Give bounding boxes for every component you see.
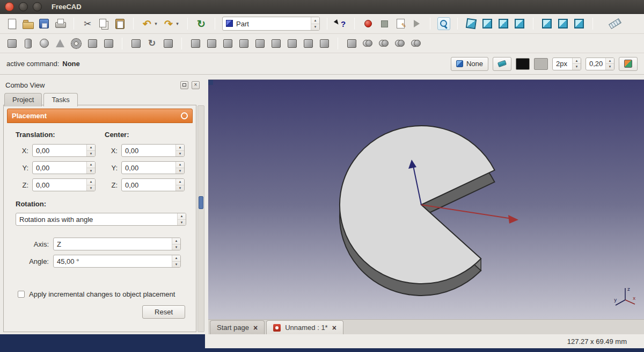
close-tab-icon[interactable]: ×: [332, 324, 336, 332]
axis-combobox[interactable]: Z ▴▾: [53, 238, 181, 250]
spinner-arrows[interactable]: ▴▾: [86, 145, 95, 156]
apply-incremental-row[interactable]: Apply incremental changes to object plac…: [11, 290, 188, 298]
face-color-swatch[interactable]: [534, 58, 548, 70]
view-axonometric-icon[interactable]: [465, 17, 478, 30]
mirror-icon[interactable]: [162, 37, 174, 50]
apply-incremental-checkbox[interactable]: [18, 291, 25, 298]
offset-icon[interactable]: [302, 37, 314, 50]
arrow-down-icon[interactable]: ▾: [176, 168, 184, 174]
union-icon[interactable]: [393, 37, 406, 50]
close-tab-icon[interactable]: ×: [253, 324, 258, 332]
create-primitives-icon[interactable]: [86, 37, 99, 50]
arrow-up-icon[interactable]: ▴: [606, 58, 614, 64]
torus-icon[interactable]: [70, 37, 83, 50]
view-top-icon[interactable]: [497, 17, 510, 30]
cut-icon[interactable]: [81, 17, 94, 30]
arrow-down-icon[interactable]: ▾: [87, 185, 95, 191]
arrow-down-icon[interactable]: ▾: [172, 245, 180, 250]
compound-icon[interactable]: [345, 37, 358, 50]
macro-stop-icon[interactable]: [378, 17, 391, 30]
spinner-arrows[interactable]: ▴▾: [175, 162, 184, 174]
translation-y-input[interactable]: 0,00 ▴▾: [32, 161, 96, 174]
spinner-arrows[interactable]: ▴ ▾: [572, 58, 581, 70]
window-minimize-button[interactable]: [19, 2, 28, 11]
spinner-arrows[interactable]: ▴ ▾: [605, 58, 614, 70]
center-x-input[interactable]: 0,00 ▴▾: [121, 144, 185, 157]
tasks-scrollbar[interactable]: [197, 105, 204, 332]
view-left-icon[interactable]: [573, 17, 586, 30]
arrow-down-icon[interactable]: ▾: [87, 168, 95, 174]
arrow-up-icon[interactable]: ▴: [311, 17, 319, 24]
sweep-icon[interactable]: [253, 37, 266, 50]
arrow-up-icon[interactable]: ▴: [172, 255, 180, 262]
arrow-down-icon[interactable]: ▾: [606, 64, 614, 70]
undo-dropdown-icon[interactable]: [153, 17, 159, 30]
cross-sections-icon[interactable]: [286, 37, 298, 50]
arrow-up-icon[interactable]: ▴: [176, 179, 184, 185]
view-bottom-icon[interactable]: [557, 17, 569, 30]
refresh-icon[interactable]: [195, 17, 208, 30]
angle-spinner[interactable]: 45,00 ° ▴▾: [53, 255, 181, 268]
line-width-spinner[interactable]: 2px ▴ ▾: [552, 58, 581, 70]
arrow-down-icon[interactable]: ▾: [311, 24, 319, 31]
box-icon[interactable]: [5, 37, 18, 50]
redo-dropdown-icon[interactable]: [174, 17, 180, 30]
arrow-up-icon[interactable]: ▴: [87, 162, 95, 168]
line-color-swatch[interactable]: [516, 58, 530, 70]
arrow-up-icon[interactable]: ▴: [87, 145, 95, 151]
cut-icon[interactable]: [377, 37, 390, 50]
tab-start-page[interactable]: Start page ×: [210, 320, 265, 334]
tab-tasks[interactable]: Tasks: [43, 93, 77, 106]
arrow-down-icon[interactable]: ▾: [172, 262, 180, 268]
combo-arrows[interactable]: ▴ ▾: [311, 17, 319, 30]
chamfer-icon[interactable]: [205, 37, 218, 50]
copy-icon[interactable]: [97, 17, 110, 30]
revolve-icon[interactable]: [145, 37, 158, 50]
view-rear-icon[interactable]: [540, 17, 553, 30]
3d-viewport[interactable]: z y x: [208, 80, 644, 319]
tab-unnamed-document[interactable]: Unnamed : 1* ×: [266, 320, 343, 334]
workbench-selector[interactable]: Part ▴ ▾: [222, 17, 320, 31]
measure-distance-icon[interactable]: [609, 17, 621, 30]
tab-project[interactable]: Project: [4, 93, 42, 106]
dock-float-button[interactable]: [180, 81, 188, 89]
text-size-spinner[interactable]: 0,20 ▴ ▾: [586, 58, 614, 70]
macro-edit-icon[interactable]: [394, 17, 407, 30]
undo-icon[interactable]: [141, 17, 153, 30]
combo-arrows[interactable]: ▴▾: [172, 238, 180, 250]
apply-style-button[interactable]: [493, 57, 511, 71]
new-file-icon[interactable]: [5, 17, 18, 30]
scrollbar-thumb[interactable]: [199, 196, 203, 209]
arrow-down-icon[interactable]: ▾: [573, 64, 581, 70]
arrow-up-icon[interactable]: ▴: [176, 162, 184, 168]
view-right-icon[interactable]: [513, 17, 526, 30]
panel-help-icon[interactable]: [181, 112, 188, 119]
extrude-icon[interactable]: [129, 37, 142, 50]
sphere-icon[interactable]: [38, 37, 50, 50]
loft-icon[interactable]: [237, 37, 250, 50]
spinner-arrows[interactable]: ▴▾: [172, 255, 180, 267]
save-icon[interactable]: [38, 17, 50, 30]
arrow-down-icon[interactable]: ▾: [176, 185, 184, 191]
cone-icon[interactable]: [54, 37, 67, 50]
whats-this-icon[interactable]: [334, 17, 347, 30]
boolean-icon[interactable]: [361, 37, 374, 50]
arrow-up-icon[interactable]: ▴: [176, 145, 184, 151]
intersection-icon[interactable]: [409, 37, 422, 50]
arrow-down-icon[interactable]: ▾: [87, 151, 95, 157]
translation-z-input[interactable]: 0,00 ▴▾: [32, 178, 96, 191]
spinner-arrows[interactable]: ▴▾: [175, 145, 184, 156]
arrow-up-icon[interactable]: ▴: [573, 58, 581, 64]
spinner-arrows[interactable]: ▴▾: [86, 162, 95, 174]
shape-builder-icon[interactable]: [102, 37, 115, 50]
construction-mode-button[interactable]: [619, 57, 638, 71]
arrow-down-icon[interactable]: ▾: [178, 220, 186, 226]
dock-close-button[interactable]: ×: [192, 81, 200, 89]
thickness-icon[interactable]: [318, 37, 331, 50]
section-icon[interactable]: [269, 37, 282, 50]
combo-arrows[interactable]: ▴▾: [177, 213, 186, 225]
ruled-surface-icon[interactable]: [221, 37, 234, 50]
redo-icon[interactable]: [162, 17, 175, 30]
macro-play-icon[interactable]: [410, 17, 423, 30]
window-maximize-button[interactable]: [33, 2, 42, 11]
